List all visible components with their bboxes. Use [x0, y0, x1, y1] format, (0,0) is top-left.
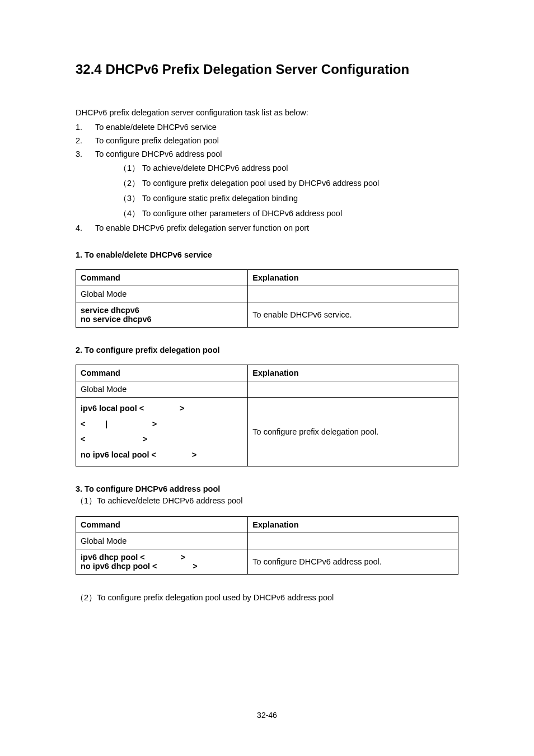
sublist-item: （4） To configure other parameters of DHC… — [119, 208, 458, 219]
command-line: <assigned-length> — [81, 432, 243, 447]
cmd-keyword: > — [180, 404, 184, 413]
sublist-item: （3） To configure static prefix delegatio… — [119, 193, 458, 204]
cmd-param: poolname — [144, 404, 180, 413]
list-item: 4. To enable DHCPv6 prefix delegation se… — [76, 223, 458, 232]
command-line: no ipv6 dhcp pool <poolname> — [81, 562, 243, 571]
command-line: service dhcpv6 — [81, 306, 243, 315]
table-cell-command: ipv6 dhcp pool <poolname> no ipv6 dhcp p… — [76, 549, 248, 575]
section-heading-1: 1. To enable/delete DHCPv6 service — [76, 250, 458, 259]
section-heading-2: 2. To configure prefix delegation pool — [76, 346, 458, 354]
list-number: 4. — [76, 223, 82, 232]
table-header-command: Command — [76, 517, 248, 533]
list-number: 2. — [76, 136, 82, 145]
cmd-param: assigned-length — [85, 435, 142, 444]
list-item: 2. To configure prefix delegation pool — [76, 136, 458, 145]
table-header-command: Command — [76, 365, 248, 381]
command-table-1: Command Explanation Global Mode service … — [76, 269, 458, 328]
table-cell-mode: Global Mode — [76, 286, 248, 302]
cmd-keyword: > — [181, 553, 185, 562]
cmd-param: poolname — [145, 553, 181, 562]
list-number: 3. — [76, 150, 82, 158]
page-number: 32-46 — [0, 711, 534, 720]
list-text: To configure DHCPv6 address pool — [95, 150, 222, 158]
cmd-keyword: > — [193, 562, 197, 571]
table-cell-explanation: To configure prefix delegation pool. — [248, 398, 458, 466]
table-cell-explanation: To configure DHCPv6 address pool. — [248, 549, 458, 575]
cmd-keyword: no ipv6 local pool < — [81, 450, 156, 459]
list-number: 1. — [76, 123, 82, 132]
section-subheading-3-1: （1）To achieve/delete DHCPv6 address pool — [76, 496, 458, 506]
list-text: To configure prefix delegation pool — [95, 136, 219, 145]
section-heading-3: 3. To configure DHCPv6 address pool — [76, 484, 458, 493]
intro-text: DHCPv6 prefix delegation server configur… — [76, 108, 458, 117]
cmd-keyword: > — [192, 450, 196, 459]
cmd-keyword: no ipv6 dhcp pool < — [81, 562, 157, 571]
command-table-3: Command Explanation Global Mode ipv6 dhc… — [76, 516, 458, 575]
table-cell-command: ipv6 local pool <poolname> <prefix|prefi… — [76, 398, 248, 466]
sublist-item: （1） To achieve/delete DHCPv6 address poo… — [119, 163, 458, 174]
table-cell-mode: Global Mode — [76, 533, 248, 549]
cmd-keyword: ipv6 local pool < — [81, 404, 144, 413]
command-line: no service dhcpv6 — [81, 315, 243, 324]
cmd-param: prefix-length — [107, 419, 152, 428]
table-cell-mode: Global Mode — [76, 381, 248, 398]
cmd-param: prefix — [85, 419, 105, 428]
sublist-item: （2） To configure prefix delegation pool … — [119, 178, 458, 189]
table-cell-empty — [248, 533, 458, 549]
table-cell-command: service dhcpv6 no service dhcpv6 — [76, 302, 248, 328]
table-cell-explanation: To enable DHCPv6 service. — [248, 302, 458, 328]
list-item: 3. To configure DHCPv6 address pool （1） … — [76, 150, 458, 219]
list-text: To enable DHCPv6 prefix delegation serve… — [95, 223, 309, 232]
page-title: 32.4 DHCPv6 Prefix Delegation Server Con… — [76, 62, 458, 77]
cmd-param: poolname — [156, 450, 192, 459]
table-cell-empty — [248, 286, 458, 302]
table-header-explanation: Explanation — [248, 270, 458, 286]
cmd-keyword: > — [143, 435, 147, 444]
table-header-explanation: Explanation — [248, 517, 458, 533]
command-table-2: Command Explanation Global Mode ipv6 loc… — [76, 365, 458, 466]
table-header-explanation: Explanation — [248, 365, 458, 381]
cmd-keyword: ipv6 dhcp pool < — [81, 553, 145, 562]
table-cell-empty — [248, 381, 458, 398]
command-line: no ipv6 local pool <poolname> — [81, 447, 243, 463]
command-line: ipv6 dhcp pool <poolname> — [81, 553, 243, 562]
table-header-command: Command — [76, 270, 248, 286]
cmd-keyword: > — [152, 419, 157, 428]
section-subheading-3-2: （2）To configure prefix delegation pool u… — [76, 592, 458, 603]
list-text: To enable/delete DHCPv6 service — [95, 123, 217, 132]
list-item: 1. To enable/delete DHCPv6 service — [76, 123, 458, 132]
cmd-param: poolname — [157, 562, 193, 571]
command-line: <prefix|prefix-length> — [81, 417, 243, 432]
command-line: ipv6 local pool <poolname> — [81, 401, 243, 417]
task-list: 1. To enable/delete DHCPv6 service 2. To… — [76, 123, 458, 232]
